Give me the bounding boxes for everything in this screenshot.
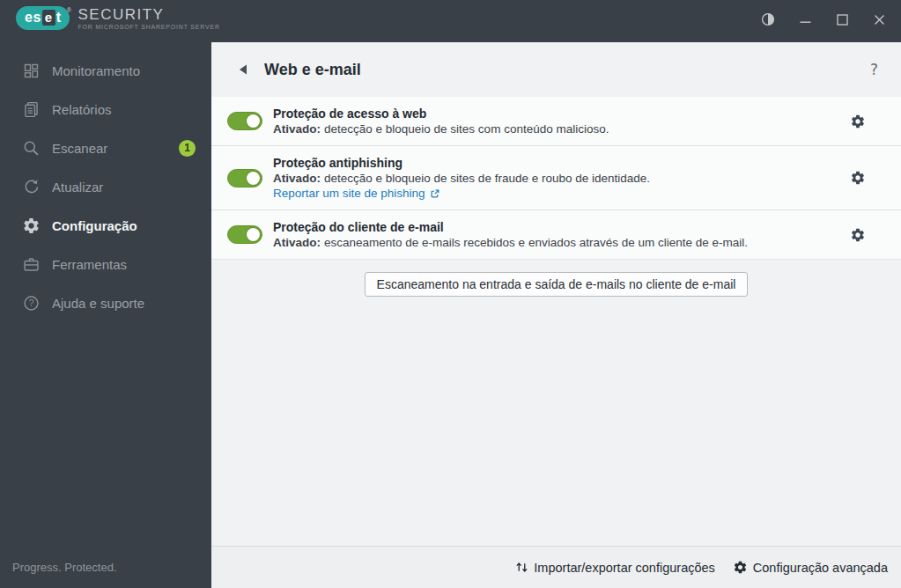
gear-icon: [850, 114, 866, 129]
row-title: Proteção do cliente de e-mail: [273, 219, 850, 235]
reports-icon: [21, 99, 41, 119]
sidebar-nav: Monitoramento Relatórios: [0, 51, 211, 322]
product-subtitle: FOR MICROSOFT SHAREPOINT SERVER: [78, 24, 219, 30]
logo-t: t: [56, 11, 62, 25]
footer-item-label: Importar/exportar configurações: [534, 561, 715, 575]
status-text: escaneamento de e-mails recebidos e envi…: [324, 236, 748, 249]
scan-icon: [21, 138, 41, 158]
gear-icon: [733, 560, 748, 575]
row-title: Proteção de acesso à web: [273, 106, 850, 121]
web-access-protection-toggle[interactable]: [227, 112, 262, 130]
row-title: Proteção antiphishing: [273, 155, 850, 171]
row-email-client-protection: Proteção do cliente de e-mail Ativado:es…: [211, 210, 901, 259]
close-button[interactable]: [860, 0, 897, 42]
sidebar-item-label: Monitoramento: [52, 63, 140, 78]
eset-security-window: eset ® SECURITY FOR MICROSOFT SHAREPOINT…: [0, 0, 901, 588]
antiphishing-toggle[interactable]: [227, 169, 262, 187]
back-button[interactable]: [234, 61, 252, 78]
sidebar-item-ferramentas[interactable]: Ferramentas: [0, 245, 211, 283]
status-text: detecção e bloqueio de sites de fraude e…: [324, 172, 650, 185]
sidebar-item-atualizar[interactable]: Atualizar: [0, 167, 211, 206]
row-description: Ativado:detecção e bloqueio de sites com…: [273, 121, 850, 136]
row-text: Proteção do cliente de e-mail Ativado:es…: [273, 219, 850, 250]
logo-e: e: [42, 10, 55, 26]
web-access-settings-button[interactable]: [850, 114, 866, 129]
titlebar: eset ® SECURITY FOR MICROSOFT SHAREPOINT…: [0, 0, 901, 42]
help-circle-icon: ?: [21, 293, 41, 312]
help-button[interactable]: ?: [870, 61, 878, 78]
sidebar-item-configuracao[interactable]: Configuração: [0, 206, 211, 245]
external-link-icon: [430, 188, 440, 199]
sidebar-item-label: Escanear: [52, 141, 107, 156]
sidebar-item-ajuda-e-suporte[interactable]: ? Ajuda e suporte: [0, 283, 211, 322]
update-icon: [21, 177, 41, 196]
contrast-toggle-button[interactable]: [750, 0, 787, 42]
import-export-settings-link[interactable]: Importar/exportar configurações: [515, 561, 715, 575]
sidebar-item-label: Atualizar: [52, 180, 103, 195]
gear-icon: [850, 170, 866, 186]
sidebar-item-monitoramento[interactable]: Monitoramento: [0, 51, 211, 90]
status-text: detecção e bloqueio de sites com conteúd…: [324, 122, 609, 136]
row-text: Proteção antiphishing Ativado:detecção e…: [273, 155, 850, 201]
row-text: Proteção de acesso à web Ativado:detecçã…: [273, 106, 850, 136]
email-client-protection-toggle[interactable]: [227, 225, 262, 244]
status-label: Ativado:: [273, 122, 321, 136]
minimize-icon: [800, 13, 811, 29]
logo-text: SECURITY FOR MICROSOFT SHAREPOINT SERVER: [78, 7, 219, 30]
maximize-icon: [837, 13, 848, 29]
import-export-icon: [515, 561, 528, 574]
settings-rows: Proteção de acesso à web Ativado:detecçã…: [211, 97, 901, 260]
advanced-setup-link[interactable]: Configuração avançada: [733, 560, 888, 575]
content-header: Web e e-mail ?: [211, 42, 901, 97]
toggle-knob: [247, 228, 260, 241]
tagline: Progress. Protected.: [12, 561, 117, 574]
back-arrow-icon: [239, 64, 248, 75]
status-label: Ativado:: [273, 172, 321, 185]
toolbox-icon: [21, 254, 41, 274]
email-client-settings-button[interactable]: [850, 227, 866, 243]
sidebar-item-label: Ferramentas: [52, 257, 127, 272]
page-title: Web e e-mail: [264, 61, 361, 79]
eset-logo: eset ® SECURITY FOR MICROSOFT SHAREPOINT…: [16, 6, 220, 30]
sidebar: Monitoramento Relatórios: [0, 42, 211, 588]
gear-icon: [21, 216, 41, 235]
svg-text:?: ?: [28, 298, 33, 308]
link-label: Reportar um site de phishing: [273, 186, 425, 201]
email-scan-inbound-outbound-button[interactable]: Escaneamento na entrada e saída de e-mai…: [365, 272, 749, 297]
sidebar-item-label: Configuração: [52, 218, 137, 233]
scan-count-badge: 1: [179, 140, 196, 157]
row-description: Ativado:detecção e bloqueio de sites de …: [273, 171, 850, 186]
row-web-access-protection: Proteção de acesso à web Ativado:detecçã…: [211, 97, 901, 146]
button-area: Escaneamento na entrada e saída de e-mai…: [211, 272, 901, 297]
footer-bar: Importar/exportar configurações Configur…: [211, 546, 901, 588]
minimize-button[interactable]: [787, 0, 823, 42]
row-antiphishing-protection: Proteção antiphishing Ativado:detecção e…: [211, 146, 901, 210]
window-controls: [750, 0, 897, 42]
content-pane: Web e e-mail ? Proteção de acesso à web …: [211, 42, 901, 588]
toggle-knob: [247, 114, 260, 128]
antiphishing-settings-button[interactable]: [850, 170, 866, 186]
sidebar-item-escanear[interactable]: Escanear 1: [0, 129, 211, 167]
contrast-icon: [760, 11, 776, 31]
logo-es: es: [25, 11, 41, 25]
dashboard-icon: [21, 61, 41, 80]
registered-mark: ®: [67, 4, 72, 18]
sidebar-item-label: Ajuda e suporte: [52, 296, 144, 311]
footer-item-label: Configuração avançada: [753, 561, 888, 575]
product-name: SECURITY: [78, 7, 219, 23]
toggle-knob: [247, 172, 260, 185]
close-icon: [874, 13, 885, 29]
status-label: Ativado:: [273, 236, 321, 249]
maximize-button[interactable]: [823, 0, 860, 42]
eset-logo-mark: eset ®: [16, 6, 70, 30]
report-phishing-link[interactable]: Reportar um site de phishing: [273, 186, 850, 201]
row-description: Ativado:escaneamento de e-mails recebido…: [273, 235, 850, 250]
gear-icon: [850, 227, 866, 243]
sidebar-item-label: Relatórios: [52, 102, 112, 117]
sidebar-item-relatorios[interactable]: Relatórios: [0, 90, 211, 129]
